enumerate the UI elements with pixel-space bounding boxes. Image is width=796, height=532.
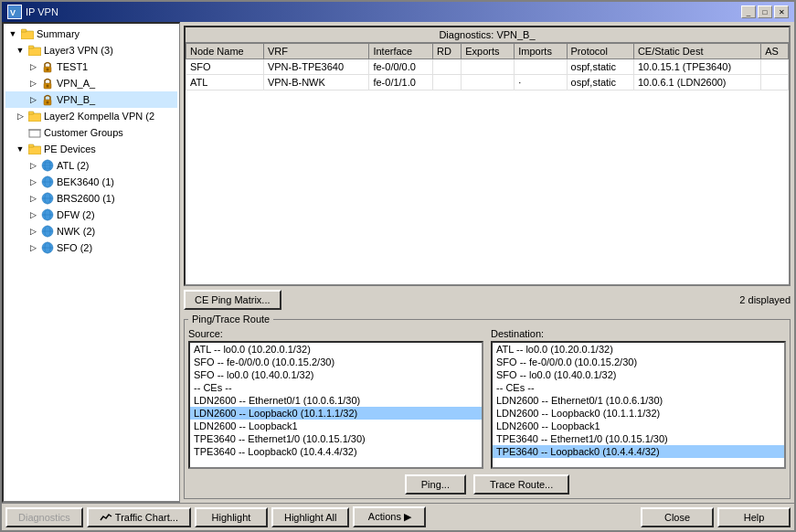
svg-point-7 [47,69,49,71]
minimize-button[interactable]: _ [741,5,756,18]
tree-item-nwk[interactable]: ▷ NWK (2) [5,223,177,239]
help-button[interactable]: Help [717,507,791,527]
diagnostics-area: Diagnostics: VPN_B_ Node Name VRF Interf… [184,26,791,286]
app-icon: V [7,5,22,19]
dest-col: Destination: ATL -- lo0.0 (10.20.0.1/32)… [491,328,786,469]
tree-item-brs2600[interactable]: ▷ BRS2600 (1) [5,190,177,207]
cell-nodename: SFO [186,59,264,75]
list-item[interactable]: ATL -- lo0.0 (10.20.0.1/32) [493,343,784,356]
list-item-selected[interactable]: TPE3640 -- Loopback0 (10.4.4.4/32) [493,445,784,458]
tree-item-vpnb[interactable]: ▷ VPN_B_ [5,91,177,108]
close-button[interactable]: Close [641,507,714,527]
tree-label-test1: TEST1 [57,61,88,72]
expander-layer2kompella[interactable]: ▷ [13,109,27,123]
tree-item-vpna[interactable]: ▷ VPN_A_ [5,75,177,91]
list-item[interactable]: TPE3640 -- Loopback0 (10.4.4.4/32) [190,445,482,458]
title-bar-buttons: _ □ ✕ [741,5,789,18]
ce-ping-button[interactable]: CE Ping Matrix... [184,290,281,310]
expander-dfw[interactable]: ▷ [26,207,40,222]
svg-point-9 [47,85,49,88]
expander-nwk[interactable]: ▷ [26,224,40,239]
dest-listbox[interactable]: ATL -- lo0.0 (10.20.0.1/32) SFO -- fe-0/… [491,341,786,469]
list-item[interactable]: ATL -- lo0.0 (10.20.0.1/32) [190,343,482,356]
expander-bek3640[interactable]: ▷ [26,175,40,189]
cell-imports: · [515,75,567,90]
cell-rd [433,75,462,90]
expander-layer3vpn[interactable]: ▼ [13,43,27,58]
list-item[interactable]: TPE3640 -- Ethernet1/0 (10.0.15.1/30) [493,432,784,445]
cell-as [761,59,789,75]
expander-vpnb[interactable]: ▷ [26,92,40,107]
list-item[interactable]: SFO -- lo0.0 (10.40.0.1/32) [493,368,784,381]
maximize-button[interactable]: □ [758,5,772,18]
tree-item-customergroups[interactable]: Customer Groups [5,124,177,141]
expander-customergroups [13,125,27,140]
cell-protocol: ospf,static [567,75,633,90]
ping-button[interactable]: Ping... [405,474,466,495]
ping-trace-section: Ping/Trace Route Source: ATL -- lo0.0 (1… [184,314,791,499]
col-header-cedest: CE/Static Dest [633,44,760,59]
tree-item-sfo[interactable]: ▷ SFO (2) [5,239,177,256]
globe-icon-bek3640 [40,175,55,189]
cell-protocol: ospf,static [567,59,633,75]
trace-route-button[interactable]: Trace Route... [473,474,569,495]
expander-vpna[interactable]: ▷ [26,76,40,90]
tree-item-bek3640[interactable]: ▷ BEK3640 (1) [5,174,177,190]
actions-button[interactable]: Actions ▶ [353,506,426,527]
tree-item-test1[interactable]: ▷ TEST1 [5,59,177,75]
col-header-as: AS [761,44,789,59]
expander-atl[interactable]: ▷ [26,158,40,173]
tree-item-summary[interactable]: ▼ Summary [5,26,177,42]
cell-vrf: VPN-B-NWK [263,75,369,90]
svg-rect-13 [28,112,34,114]
tree-item-layer2kompella[interactable]: ▷ Layer2 Kompella VPN (2 [5,108,177,124]
list-item[interactable]: LDN2600 -- Loopback1 [493,420,784,432]
cell-interface: fe-0/0/0.0 [369,59,433,75]
list-item[interactable]: LDN2600 -- Ethernet0/1 (10.0.6.1/30) [190,394,482,407]
ping-buttons-row: Ping... Trace Route... [188,474,786,495]
folder-icon-pedevices [27,142,42,156]
list-item[interactable]: -- CEs -- [190,381,482,394]
folder-icon-layer2kompella [27,109,42,123]
list-item[interactable]: SFO -- lo0.0 (10.40.0.1/32) [190,368,482,381]
folder-icon-summary [20,27,35,41]
globe-icon-sfo [40,240,55,255]
expander-pedevices[interactable]: ▼ [13,142,27,156]
tree-label-bek3640: BEK3640 (1) [57,176,114,187]
close-window-button[interactable]: ✕ [774,5,789,18]
cell-nodename: ATL [186,75,264,90]
expander-brs2600[interactable]: ▷ [26,191,40,206]
list-item[interactable]: SFO -- fe-0/0/0.0 (10.0.15.2/30) [190,356,482,368]
tree-label-dfw: DFW (2) [57,209,95,220]
table-row[interactable]: ATL VPN-B-NWK fe-0/1/1.0 · ospf,static 1… [186,75,789,90]
list-item[interactable]: LDN2600 -- Ethernet0/1 (10.0.6.1/30) [493,394,784,407]
expander-test1[interactable]: ▷ [26,59,40,74]
tree-item-pedevices[interactable]: ▼ PE Devices [5,141,177,157]
tree-label-summary: Summary [37,28,80,39]
source-label: Source: [188,328,483,339]
table-row[interactable]: SFO VPN-B-TPE3640 fe-0/0/0.0 ospf,static… [186,59,789,75]
list-item[interactable]: -- CEs -- [493,381,784,394]
highlight-button[interactable]: Highlight [195,507,268,527]
tree-item-layer3vpn[interactable]: ▼ Layer3 VPN (3) [5,42,177,59]
svg-rect-5 [28,46,34,48]
traffic-chart-button[interactable]: Traffic Chart... [87,507,191,527]
diagnostics-button[interactable]: Diagnostics [5,507,83,527]
list-item-selected[interactable]: LDN2600 -- Loopback0 (10.1.1.1/32) [190,407,482,420]
col-header-protocol: Protocol [567,44,633,59]
source-listbox[interactable]: ATL -- lo0.0 (10.20.0.1/32) SFO -- fe-0/… [188,341,483,469]
list-item[interactable]: LDN2600 -- Loopback1 [190,420,482,432]
expander-sfo[interactable]: ▷ [26,240,40,255]
list-item[interactable]: TPE3640 -- Ethernet1/0 (10.0.15.1/30) [190,432,482,445]
tree-item-atl[interactable]: ▷ ATL (2) [5,157,177,174]
traffic-chart-label: Traffic Chart... [115,512,178,523]
main-content: ▼ Summary ▼ Layer3 VPN (3) ▷ [2,22,794,503]
list-item[interactable]: LDN2600 -- Loopback0 (10.1.1.1/32) [493,407,784,420]
tree-label-sfo: SFO (2) [57,242,92,253]
tree-item-dfw[interactable]: ▷ DFW (2) [5,207,177,223]
expander-summary[interactable]: ▼ [5,27,20,41]
list-item[interactable]: SFO -- fe-0/0/0.0 (10.0.15.2/30) [493,356,784,368]
highlight-all-button[interactable]: Highlight All [271,507,349,527]
cell-rd [433,59,462,75]
main-window: V IP VPN _ □ ✕ ▼ Summary ▼ [0,0,796,532]
